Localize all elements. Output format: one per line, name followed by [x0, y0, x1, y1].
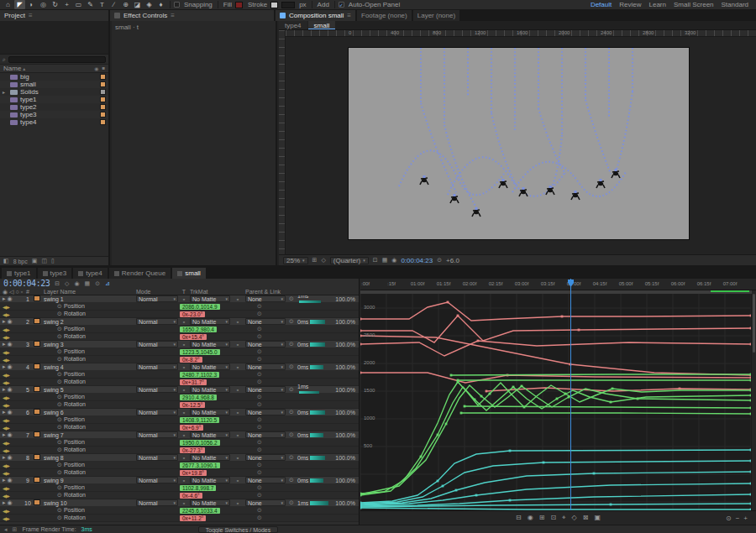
stretch-value[interactable]: 100.0%	[329, 342, 358, 347]
property-row-position[interactable]: ◂◆▸⊙Position1408.9,1120.5⊙	[0, 416, 359, 424]
stopwatch-icon[interactable]: ⊙	[57, 394, 62, 400]
shape-tool-icon[interactable]: ▭	[73, 0, 84, 9]
stretch-value[interactable]: 100.0%	[329, 432, 358, 438]
preserve-transparency-toggle[interactable]: ▫	[178, 478, 190, 483]
property-name[interactable]: ⊙Rotation	[44, 424, 136, 431]
property-row-position[interactable]: ◂◆▸⊙Position1223.5,1045.0⊙	[0, 348, 359, 356]
property-name[interactable]: ⊙Rotation	[44, 469, 136, 476]
eye-icon[interactable]: ◉	[8, 386, 13, 393]
track-matte-dropdown[interactable]: No Matte▾	[190, 341, 230, 347]
track-matte-dropdown[interactable]: No Matte▾	[190, 499, 230, 506]
keyframe-navigator[interactable]: ◂◆▸	[0, 357, 22, 363]
timeline-tab-small[interactable]: small	[172, 268, 206, 279]
hand-tool-icon[interactable]: ◗	[26, 0, 37, 9]
track-matte-dropdown[interactable]: No Matte▾	[190, 477, 230, 483]
pick-whip-icon[interactable]: ⊙	[286, 431, 297, 438]
twirl-icon[interactable]: ▸	[3, 477, 6, 483]
tab-effect-controls[interactable]: Effect Controls ≡	[110, 10, 276, 21]
property-row-position[interactable]: ◂◆▸⊙Position2086.0,1014.9⊙	[0, 303, 359, 311]
auto-zoom-graph-icon[interactable]: ◇	[572, 514, 577, 522]
workspace-review[interactable]: Review	[619, 1, 641, 8]
mode-dropdown[interactable]: Normal▾	[136, 386, 178, 393]
type-column-icon[interactable]: ◉	[94, 65, 98, 71]
stopwatch-icon[interactable]: ⊙	[57, 348, 62, 354]
stretch-value[interactable]: 100.0%	[329, 478, 358, 483]
preserve-transparency-toggle[interactable]: ▫	[178, 364, 190, 370]
layer-label-chip[interactable]	[34, 363, 40, 369]
graph-time-ruler[interactable]: :00f:15f01:00f01:15f02:00f02:15f03:00f03…	[360, 279, 756, 290]
layer-row-6[interactable]: ▸◉6swing 6Normal▾▫No Matte▾▫None▾⊙0ms100…	[0, 409, 359, 416]
switch-toggle[interactable]: ▫	[230, 342, 245, 347]
tab-composition[interactable]: Composition small ≡	[276, 10, 357, 21]
property-name[interactable]: ⊙Rotation	[44, 333, 136, 340]
property-row-rotation[interactable]: ◂◆▸⊙Rotation0x+6.9°⊙	[0, 424, 359, 431]
zoom-in-icon[interactable]: +	[743, 515, 748, 522]
property-name[interactable]: ⊙Position	[44, 371, 136, 378]
comp-subtab-small[interactable]: small	[308, 21, 336, 29]
label-color-chip[interactable]	[100, 97, 106, 102]
pick-whip-icon[interactable]: ⊙	[286, 477, 297, 483]
property-row-rotation[interactable]: ◂◆▸⊙Rotation0x-12.5°⊙	[0, 401, 359, 409]
tab-footage[interactable]: Footage (none)	[357, 10, 413, 21]
new-composition-icon[interactable]: ◫	[41, 258, 47, 264]
eye-icon[interactable]: ◉	[8, 295, 13, 302]
horizontal-ruler[interactable]: 0400800120016002000240028003200	[286, 30, 756, 37]
new-folder-icon[interactable]: ▣	[32, 258, 38, 264]
project-item-type4[interactable]: type4	[0, 118, 108, 126]
twirl-icon[interactable]: ▸	[3, 409, 6, 415]
panel-menu-icon[interactable]: ≡	[347, 12, 351, 19]
track-matte-dropdown[interactable]: No Matte▾	[190, 431, 230, 438]
zoom-tool-icon[interactable]: ◎	[38, 0, 49, 9]
pick-whip-icon[interactable]: ⊙	[286, 295, 297, 302]
region-of-interest-icon[interactable]: ⊡	[373, 257, 378, 264]
keyframe-navigator[interactable]: ◂◆▸	[0, 470, 22, 476]
auto-open-panel-checkbox[interactable]: ✓	[339, 2, 344, 8]
stopwatch-icon[interactable]: ⊙	[57, 507, 62, 513]
parent-link-dropdown[interactable]: None▾	[245, 477, 286, 483]
parent-link-dropdown[interactable]: None▾	[245, 386, 286, 393]
eye-icon[interactable]: ◉	[8, 477, 13, 483]
property-row-position[interactable]: ◂◆▸⊙Position2677.3,1090.1⊙	[0, 462, 359, 469]
interpret-footage-icon[interactable]: ◧	[3, 258, 9, 264]
label-column-icon[interactable]: ■	[102, 65, 105, 71]
keyframe-navigator[interactable]: ◂◆▸	[0, 311, 22, 317]
eye-icon[interactable]: ◉	[8, 409, 13, 415]
vertical-ruler[interactable]	[279, 30, 286, 254]
stretch-value[interactable]: 100.0%	[329, 296, 358, 302]
tab-project[interactable]: Project ≡	[0, 10, 110, 21]
layer-label-chip[interactable]	[34, 477, 40, 483]
graph-include-icon[interactable]: ⊙	[257, 439, 262, 446]
layer-name[interactable]: swing 8	[44, 455, 136, 461]
property-value[interactable]: 0x-12.5°	[180, 402, 205, 408]
property-row-position[interactable]: ◂◆▸⊙Position2910.4,968.8⊙	[0, 394, 359, 401]
roto-brush-tool-icon[interactable]: ◈	[144, 0, 155, 9]
keyframe-navigator[interactable]: ◂◆▸	[0, 515, 22, 521]
twirl-icon[interactable]: ▸	[3, 499, 6, 506]
snapping-checkbox[interactable]	[174, 2, 180, 8]
stopwatch-icon[interactable]: ⊙	[57, 484, 62, 490]
name-column-header[interactable]: Name	[3, 65, 21, 72]
parent-link-dropdown[interactable]: None▾	[245, 318, 286, 325]
transparency-grid-icon[interactable]: ▦	[382, 257, 388, 264]
property-name[interactable]: ⊙Rotation	[44, 401, 136, 408]
toggle-switches-modes-button[interactable]: Toggle Switches / Modes	[198, 526, 278, 533]
stopwatch-icon[interactable]: ⊙	[57, 515, 62, 520]
pick-whip-icon[interactable]: ⊙	[286, 318, 297, 325]
graph-include-icon[interactable]: ⊙	[257, 484, 262, 491]
timeline-tab-render-queue[interactable]: Render Queue	[109, 268, 171, 279]
stopwatch-icon[interactable]: ⊙	[57, 492, 62, 498]
mode-dropdown[interactable]: Normal▾	[136, 409, 178, 415]
property-name[interactable]: ⊙Position	[44, 507, 136, 514]
property-name[interactable]: ⊙Position	[44, 326, 136, 332]
show-properties-icon[interactable]: ◉	[528, 514, 533, 522]
type-tool-icon[interactable]: T	[97, 0, 108, 9]
layer-name[interactable]: swing 4	[44, 364, 136, 370]
pick-whip-icon[interactable]: ⊙	[286, 409, 297, 415]
keyframe-navigator[interactable]: ◂◆▸	[0, 508, 22, 514]
property-value[interactable]: 0x+15.4°	[180, 334, 207, 340]
property-value[interactable]: 0x-27.3°	[180, 447, 205, 453]
property-row-rotation[interactable]: ◂◆▸⊙Rotation0x+15.4°⊙	[0, 333, 359, 341]
snap-toggle-icon[interactable]: ⌖	[562, 514, 566, 522]
stretch-value[interactable]: 100.0%	[329, 500, 358, 506]
pick-whip-icon[interactable]: ⊙	[286, 499, 297, 506]
